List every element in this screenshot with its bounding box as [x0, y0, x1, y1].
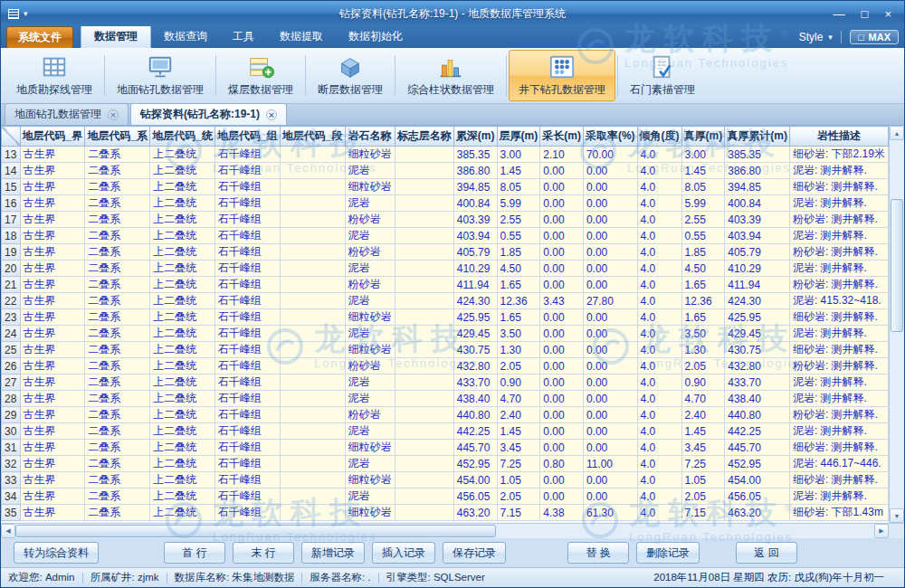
grid-cell[interactable]: 394.85: [453, 179, 497, 195]
grid-cell[interactable]: 0.00: [540, 407, 584, 423]
grid-cell[interactable]: [280, 147, 345, 163]
grid-cell[interactable]: 泥岩: [345, 375, 395, 391]
grid-cell[interactable]: [280, 244, 345, 261]
grid-cell[interactable]: 0.55: [497, 228, 540, 244]
grid-cell[interactable]: 石千峰组: [214, 488, 280, 505]
grid-cell[interactable]: 泥岩: 测井解释.: [789, 391, 888, 407]
grid-cell[interactable]: 440.80: [453, 407, 497, 423]
column-header-12[interactable]: 真厚(m): [681, 127, 725, 147]
doc-tab-1[interactable]: 钻探资料(钻孔名称:19-1)×: [130, 103, 287, 125]
tool-survey-line-mgmt[interactable]: 地质勘探线管理: [6, 50, 102, 101]
grid-cell[interactable]: 粉砂岩: [345, 277, 395, 293]
grid-cell[interactable]: [280, 488, 345, 505]
grid-cell[interactable]: 细砂岩: 测井解释.: [789, 472, 888, 488]
grid-cell[interactable]: 4.0: [637, 293, 681, 309]
close-button[interactable]: ×: [884, 8, 891, 20]
grid-cell[interactable]: 0.00: [540, 358, 584, 375]
doc-tab-0[interactable]: 地面钻孔数据管理×: [5, 103, 129, 125]
column-header-13[interactable]: 真厚累计(m): [725, 127, 790, 147]
grid-cell[interactable]: [280, 309, 345, 326]
last-row-button[interactable]: 末 行: [233, 542, 294, 564]
grid-cell[interactable]: 石千峰组: [214, 358, 280, 375]
grid-cell[interactable]: 4.50: [681, 261, 725, 277]
vertical-scrollbar[interactable]: ▲ ▼: [889, 126, 904, 523]
grid-cell[interactable]: 上二叠统: [150, 195, 215, 212]
grid-cell[interactable]: [280, 407, 345, 423]
grid-cell[interactable]: 石千峰组: [214, 375, 280, 391]
grid-cell[interactable]: [280, 195, 345, 212]
grid-cell[interactable]: 泥岩: 测井解释.: [789, 195, 888, 212]
grid-cell[interactable]: 石千峰组: [214, 163, 280, 179]
grid-cell[interactable]: 3.43: [540, 293, 584, 309]
grid-cell[interactable]: 粉砂岩: [345, 407, 395, 423]
grid-cell[interactable]: 古生界: [20, 261, 85, 277]
grid-cell[interactable]: 粉砂岩: [345, 358, 395, 375]
grid-cell[interactable]: 上二叠统: [150, 358, 215, 375]
grid-cell[interactable]: 上二叠统: [150, 391, 215, 407]
column-header-5[interactable]: 岩石名称: [345, 127, 395, 147]
grid-cell[interactable]: 粉砂岩: 测井解释.: [789, 244, 888, 261]
grid-cell[interactable]: 粉砂岩: [345, 212, 395, 228]
grid-cell[interactable]: [280, 472, 345, 488]
grid-cell[interactable]: 12.36: [681, 293, 725, 309]
grid-cell[interactable]: 400.84: [725, 195, 790, 212]
grid-cell[interactable]: 411.94: [453, 277, 497, 293]
grid-cell[interactable]: 二叠系: [85, 342, 150, 358]
grid-cell[interactable]: 细粒砂岩: [345, 440, 395, 456]
grid-cell[interactable]: 泥岩: [345, 228, 395, 244]
grid-cell[interactable]: [395, 228, 453, 244]
grid-cell[interactable]: 403.94: [453, 228, 497, 244]
row-number[interactable]: 19: [2, 244, 21, 261]
grid-cell[interactable]: 二叠系: [85, 358, 150, 375]
grid-cell[interactable]: [280, 358, 345, 375]
grid-cell[interactable]: 泥岩: [345, 293, 395, 309]
scroll-right-icon[interactable]: ▶: [874, 524, 889, 538]
grid-cell[interactable]: 泥岩: [345, 391, 395, 407]
grid-cell[interactable]: [395, 147, 453, 163]
grid-cell[interactable]: 0.00: [540, 440, 584, 456]
grid-cell[interactable]: 二叠系: [85, 440, 150, 456]
grid-cell[interactable]: 429.45: [725, 326, 790, 342]
grid-cell[interactable]: 7.15: [497, 505, 540, 521]
grid-cell[interactable]: 二叠系: [85, 147, 150, 163]
grid-cell[interactable]: 4.0: [637, 407, 681, 423]
grid-cell[interactable]: 0.00: [583, 228, 637, 244]
grid-cell[interactable]: [395, 488, 453, 505]
grid-cell[interactable]: 古生界: [20, 391, 85, 407]
grid-cell[interactable]: 425.95: [725, 309, 790, 326]
row-number[interactable]: 17: [2, 212, 21, 228]
grid-cell[interactable]: [395, 244, 453, 261]
grid-cell[interactable]: 1.65: [497, 309, 540, 326]
grid-cell[interactable]: 0.00: [540, 228, 584, 244]
grid-cell[interactable]: 4.0: [637, 358, 681, 375]
grid-cell[interactable]: 442.25: [453, 423, 497, 440]
grid-cell[interactable]: 425.95: [453, 309, 497, 326]
grid-cell[interactable]: 7.25: [681, 456, 725, 472]
grid-cell[interactable]: [395, 163, 453, 179]
grid-cell[interactable]: 0.90: [681, 375, 725, 391]
column-header-9[interactable]: 采长(m): [540, 127, 584, 147]
column-header-11[interactable]: 倾角(度): [637, 127, 681, 147]
grid-cell[interactable]: 4.0: [637, 488, 681, 505]
grid-cell[interactable]: 上二叠统: [150, 375, 215, 391]
grid-cell[interactable]: 456.05: [453, 488, 497, 505]
grid-cell[interactable]: [395, 358, 453, 375]
grid-cell[interactable]: 70.00: [583, 147, 637, 163]
grid-cell[interactable]: 386.80: [725, 163, 790, 179]
column-header-6[interactable]: 标志层名称: [395, 127, 453, 147]
grid-cell[interactable]: 0.00: [540, 375, 584, 391]
grid-cell[interactable]: 石千峰组: [214, 423, 280, 440]
grid-cell[interactable]: 424.30: [453, 293, 497, 309]
grid-cell[interactable]: 古生界: [20, 342, 85, 358]
grid-cell[interactable]: 上二叠统: [150, 293, 215, 309]
grid-cell[interactable]: 0.00: [583, 212, 637, 228]
grid-cell[interactable]: 2.40: [497, 407, 540, 423]
grid-cell[interactable]: 上二叠统: [150, 326, 215, 342]
grid-cell[interactable]: 泥岩: 测井解释.: [789, 423, 888, 440]
grid-cell[interactable]: 二叠系: [85, 309, 150, 326]
grid-cell[interactable]: 0.80: [540, 456, 584, 472]
grid-cell[interactable]: 0.00: [583, 309, 637, 326]
grid-cell[interactable]: 细砂岩: 测井解释.: [789, 309, 888, 326]
grid-cell[interactable]: 二叠系: [85, 472, 150, 488]
grid-cell[interactable]: 石千峰组: [214, 277, 280, 293]
